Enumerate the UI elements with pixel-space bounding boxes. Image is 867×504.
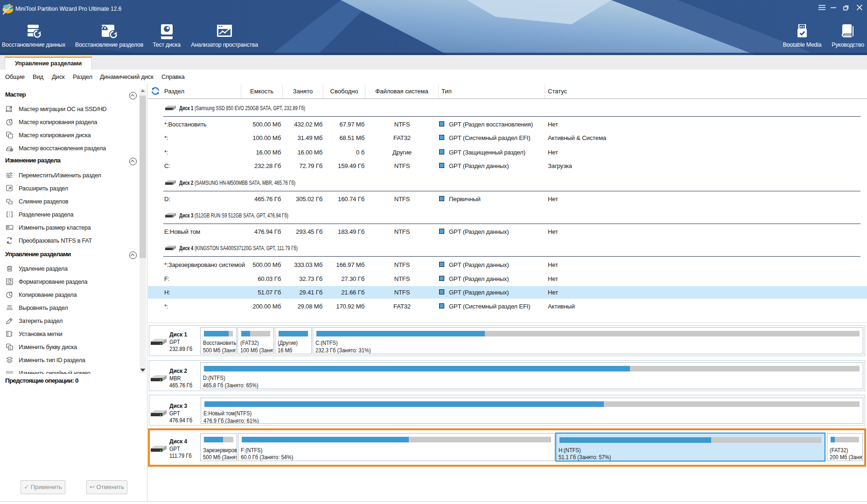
svg-text:N: N xyxy=(7,241,9,244)
svg-text:E: E xyxy=(9,347,12,350)
